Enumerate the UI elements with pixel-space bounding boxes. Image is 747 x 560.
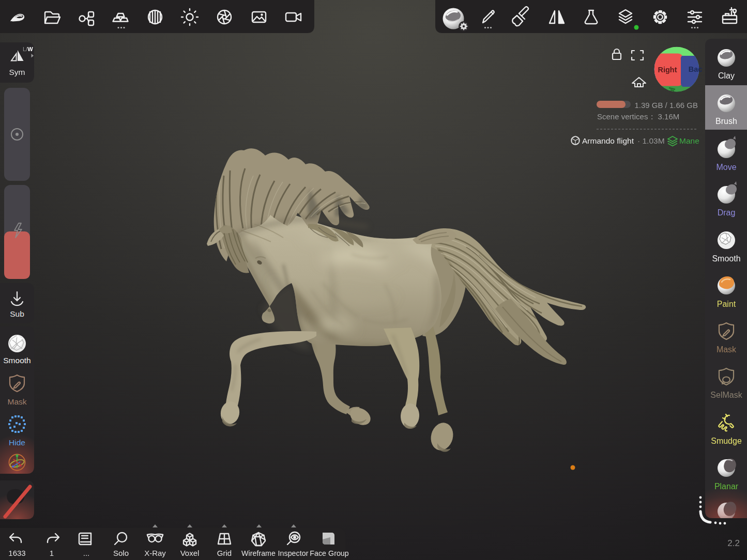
svg-text:Brush: Brush	[715, 117, 737, 126]
svg-text:Paint: Paint	[717, 300, 736, 308]
svg-text:SelMask: SelMask	[710, 391, 742, 399]
svg-text:Voxel: Voxel	[180, 549, 200, 557]
svg-text:Smudge: Smudge	[711, 437, 742, 445]
svg-text:X-Ray: X-Ray	[144, 549, 166, 557]
svg-text:Bac: Bac	[689, 65, 703, 73]
svg-text:Smooth: Smooth	[712, 254, 740, 263]
svg-text:2.2: 2.2	[727, 538, 740, 548]
svg-text:Right: Right	[658, 66, 677, 74]
svg-text:· 1.03M ·: · 1.03M ·	[637, 136, 669, 145]
svg-text:Face Group: Face Group	[310, 549, 349, 557]
svg-text:Clay: Clay	[718, 71, 735, 80]
svg-text:Planar: Planar	[714, 482, 739, 491]
svg-text:Smooth: Smooth	[3, 356, 31, 365]
svg-text:Move: Move	[716, 163, 736, 172]
svg-text:Mask: Mask	[7, 397, 26, 406]
svg-text:Mane: Mane	[679, 136, 699, 145]
svg-text:Wireframe: Wireframe	[241, 549, 276, 557]
svg-text:Sub: Sub	[10, 309, 24, 318]
svg-text:Mask: Mask	[716, 345, 737, 354]
svg-text:Solo: Solo	[113, 549, 129, 557]
svg-text:Inspector: Inspector	[278, 549, 309, 557]
svg-text:1: 1	[50, 549, 54, 557]
svg-text:...: ...	[83, 549, 90, 557]
svg-text:Hide: Hide	[9, 438, 25, 447]
svg-text:Armando flight: Armando flight	[582, 136, 634, 145]
svg-text:Sym: Sym	[9, 68, 25, 76]
svg-text:L/W: L/W	[23, 46, 33, 52]
svg-text:1633: 1633	[8, 549, 25, 557]
svg-text:1.39 GB / 1.66 GB: 1.39 GB / 1.66 GB	[634, 101, 698, 110]
svg-text:Drag: Drag	[718, 208, 736, 217]
svg-text:Scene vertices： 3.16M: Scene vertices： 3.16M	[597, 112, 679, 121]
svg-text:Grid: Grid	[217, 549, 232, 557]
